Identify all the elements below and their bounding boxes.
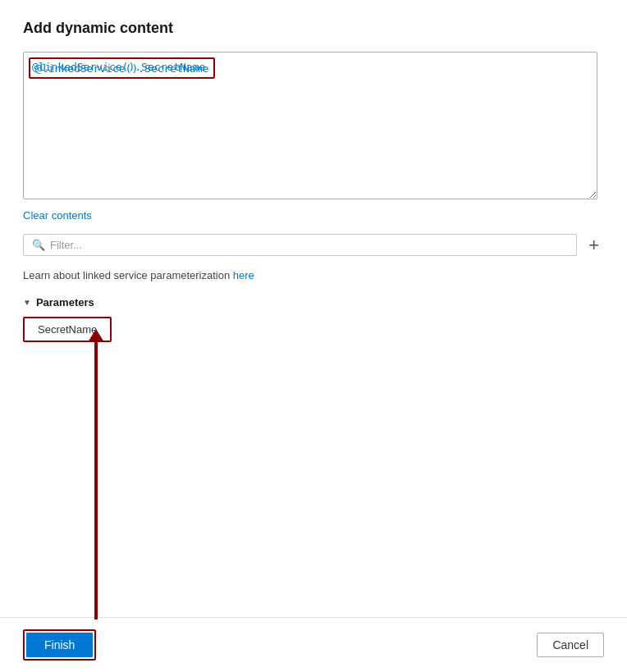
finish-btn-wrapper: Finish: [23, 629, 96, 661]
filter-input[interactable]: [50, 239, 568, 251]
content-textarea[interactable]: [23, 52, 597, 199]
filter-row: 🔍 +: [23, 234, 604, 256]
filter-input-wrapper: 🔍: [23, 234, 577, 256]
clear-contents-link[interactable]: Clear contents: [23, 209, 92, 222]
parameters-label: Parameters: [36, 296, 94, 309]
arrow-annotation: [94, 341, 98, 619]
cancel-button[interactable]: Cancel: [537, 633, 604, 657]
chevron-icon: ▼: [23, 298, 31, 307]
page-container: Add dynamic content @linkedService().Sec…: [0, 0, 627, 672]
search-icon: 🔍: [32, 239, 45, 251]
textarea-container: @linkedService().SecretName: [23, 52, 597, 203]
learn-here-link[interactable]: here: [233, 269, 254, 281]
parameters-header: ▼ Parameters: [23, 296, 604, 309]
learn-link-row: Learn about linked service parameterizat…: [23, 269, 604, 281]
param-name: SecretName: [38, 323, 97, 336]
add-button[interactable]: +: [584, 235, 604, 256]
finish-button[interactable]: Finish: [26, 633, 93, 657]
main-content: Add dynamic content @linkedService().Sec…: [0, 0, 627, 617]
param-item[interactable]: SecretName: [23, 317, 112, 342]
page-title: Add dynamic content: [23, 20, 604, 37]
learn-text-before: Learn about linked service parameterizat…: [23, 269, 233, 281]
parameters-section: ▼ Parameters SecretName: [23, 296, 604, 342]
footer: Finish Cancel: [0, 617, 627, 672]
